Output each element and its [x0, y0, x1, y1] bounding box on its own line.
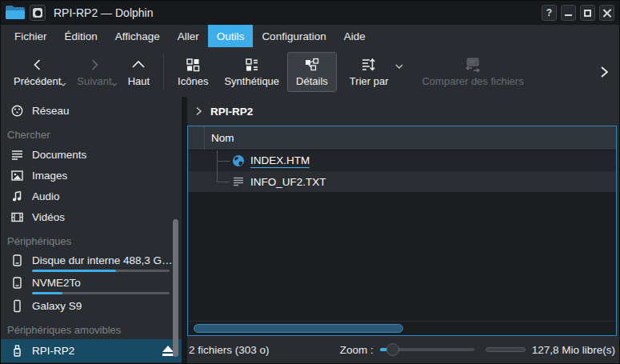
breadcrumb-chevron-icon — [195, 106, 202, 116]
close-button[interactable] — [599, 5, 614, 21]
html-globe-icon — [232, 154, 245, 167]
file-row-info-uf2-txt[interactable]: INFO_UF2.TXT — [188, 171, 616, 192]
sidebar-item-reseau[interactable]: Réseau — [1, 100, 182, 121]
chevron-down-icon — [60, 82, 66, 86]
sidebar-item-audio[interactable]: Audio — [1, 186, 182, 206]
hard-drive-icon — [10, 254, 24, 267]
maximize-icon — [584, 10, 591, 17]
window-menu-icon[interactable] — [30, 5, 46, 21]
compact-view-icon — [245, 57, 259, 73]
eject-icon[interactable] — [162, 346, 174, 356]
chevron-down-icon — [111, 82, 118, 86]
menu-affichage[interactable]: Affichage — [106, 25, 169, 47]
window-title: RPI-RP2 — Dolphin — [54, 6, 154, 19]
toolbar-separator — [163, 54, 164, 90]
disk-usage-bar — [32, 270, 170, 272]
up-button[interactable]: Haut — [120, 53, 158, 91]
chevron-right-icon — [87, 57, 102, 73]
details-view-button[interactable]: Détails — [287, 52, 337, 92]
usb-drive-icon — [10, 344, 24, 358]
sidebar-scrollbar[interactable] — [173, 219, 178, 357]
horizontal-scrollbar-thumb[interactable] — [194, 324, 403, 333]
sidebar-item-nvme2to[interactable]: NVME2To — [1, 273, 182, 295]
menu-edition[interactable]: Édition — [56, 25, 106, 47]
help-button[interactable]: ? — [542, 5, 557, 21]
sidebar-item-documents[interactable]: Documents — [1, 144, 182, 165]
sidebar-item-rpi-rp2[interactable]: RPI-RP2 — [1, 339, 182, 362]
icons-view-button[interactable]: Icônes — [170, 53, 216, 91]
dolphin-window: RPI-RP2 — Dolphin ? Fichier Édition Affi… — [0, 0, 620, 364]
section-header-amovibles: Périphériques amovibles — [1, 320, 182, 339]
images-icon — [10, 169, 24, 182]
free-space-bar — [486, 347, 526, 352]
horizontal-scrollbar-track[interactable] — [188, 321, 616, 335]
disk-usage-bar — [32, 292, 170, 294]
section-header-chercher: Chercher — [1, 125, 182, 144]
sort-icon — [361, 57, 377, 73]
section-header-peripheriques: Périphériques — [1, 231, 182, 250]
file-row-index-htm[interactable]: INDEX.HTM — [188, 150, 616, 171]
column-header-spacer — [188, 126, 205, 150]
toolbar-overflow-button[interactable] — [594, 61, 614, 83]
compact-view-button[interactable]: Synthétique — [216, 53, 287, 91]
menu-fichier[interactable]: Fichier — [6, 25, 56, 47]
toolbar: Précédent Suivant Haut — [1, 47, 619, 97]
menubar: Fichier Édition Affichage Aller Outils C… — [1, 25, 619, 47]
menu-aller[interactable]: Aller — [169, 25, 208, 47]
audio-icon — [10, 190, 24, 203]
tree-line — [217, 182, 230, 182]
sidebar-item-disque-dur[interactable]: Disque dur interne 488,3 G… — [1, 250, 182, 273]
phone-icon — [10, 299, 24, 313]
zoom-label: Zoom : — [340, 344, 374, 356]
icons-view-icon — [186, 57, 200, 73]
compare-files-button[interactable]: Comparer des fichiers — [414, 53, 531, 91]
sidebar-item-images[interactable]: Images — [1, 165, 182, 186]
titlebar[interactable]: RPI-RP2 — Dolphin ? — [1, 1, 619, 25]
sidebar-item-galaxy-s9[interactable]: Galaxy S9 — [1, 295, 182, 316]
column-header-nom[interactable]: Nom — [205, 132, 234, 144]
sort-by-button[interactable]: Trier par — [342, 53, 397, 91]
forward-button[interactable]: Suivant — [69, 53, 119, 91]
file-view[interactable]: Nom INDEX.HTM — [187, 126, 617, 336]
menu-outils[interactable]: Outils — [208, 25, 254, 47]
column-header-row: Nom — [188, 126, 616, 150]
statusbar: 2 fichiers (303 o) Zoom : 127,8 Mio libr… — [187, 336, 617, 363]
menu-aide[interactable]: Aide — [335, 25, 374, 47]
minimize-icon — [565, 14, 572, 16]
hard-drive-icon — [10, 276, 24, 290]
close-icon — [602, 9, 611, 18]
chevron-down-icon[interactable] — [394, 63, 404, 70]
chevron-left-icon — [30, 57, 45, 73]
main-area: RPI-RP2 Nom — [187, 97, 619, 363]
videos-icon — [10, 210, 24, 224]
menu-configuration[interactable]: Configuration — [253, 25, 334, 47]
breadcrumb-current[interactable]: RPI-RP2 — [210, 106, 253, 118]
dolphin-app-icon — [6, 6, 25, 20]
chevron-right-icon — [598, 66, 610, 78]
file-count-text: 2 fichiers (303 o) — [189, 344, 270, 356]
compare-files-icon — [464, 57, 482, 73]
network-icon — [10, 104, 24, 118]
places-panel: Réseau Chercher Documents — [1, 97, 187, 363]
tree-line — [217, 161, 230, 162]
zoom-slider-handle[interactable] — [386, 343, 399, 356]
zoom-slider[interactable] — [380, 343, 474, 356]
tree-line — [217, 171, 218, 182]
minimize-button[interactable] — [561, 5, 576, 21]
breadcrumb[interactable]: RPI-RP2 — [187, 97, 617, 126]
chevron-up-icon — [130, 57, 146, 73]
maximize-button[interactable] — [580, 5, 595, 21]
text-file-icon — [232, 175, 245, 188]
back-button[interactable]: Précédent — [6, 53, 69, 91]
sidebar-item-videos[interactable]: Vidéos — [1, 206, 182, 227]
free-space-text: 127,8 Mio libre(s) — [532, 344, 615, 356]
details-view-icon — [304, 57, 320, 73]
documents-icon — [10, 148, 24, 162]
